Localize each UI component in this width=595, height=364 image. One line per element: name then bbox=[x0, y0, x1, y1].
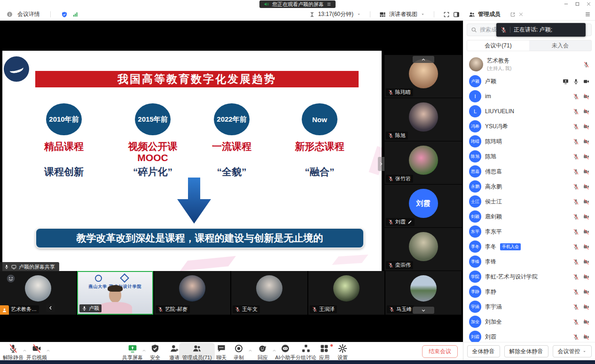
minimize-icon[interactable] bbox=[564, 1, 569, 7]
cam-muted-icon[interactable] bbox=[583, 274, 589, 280]
mic-muted-icon[interactable] bbox=[573, 289, 579, 295]
participant-row[interactable]: 永鹏高永鹏 bbox=[463, 179, 595, 194]
cam-muted-icon[interactable] bbox=[583, 93, 589, 100]
view-mode-label[interactable]: 演讲者视图 bbox=[389, 10, 417, 18]
mic-muted-icon[interactable] bbox=[573, 154, 579, 160]
cam-muted-icon[interactable] bbox=[583, 229, 589, 235]
mic-muted-icon[interactable] bbox=[573, 139, 579, 145]
cam-muted-icon[interactable] bbox=[583, 214, 589, 220]
mic-muted-icon[interactable] bbox=[573, 274, 579, 280]
mic-icon[interactable] bbox=[573, 78, 579, 85]
toolbar-settings[interactable]: 设置 bbox=[326, 344, 360, 361]
banner-menu-icon[interactable] bbox=[327, 2, 331, 7]
mic-muted-icon[interactable] bbox=[583, 62, 589, 68]
menu-icon[interactable] bbox=[585, 11, 591, 17]
meeting-controls-button[interactable]: 会议管控 bbox=[553, 345, 592, 357]
video-tile[interactable]: 王润泽 bbox=[308, 271, 384, 315]
participant-row[interactable]: 冯希YSU冯希 bbox=[463, 119, 595, 134]
participant-row[interactable]: 学院李虹-艺术与设计学院 bbox=[463, 269, 595, 284]
close-icon[interactable] bbox=[586, 1, 591, 7]
participant-row[interactable]: 加全刘加全 bbox=[463, 314, 595, 329]
mic-muted-icon[interactable] bbox=[573, 229, 579, 235]
next-page-chevron[interactable] bbox=[378, 157, 384, 171]
video-tile[interactable]: 陈旭 bbox=[384, 98, 462, 141]
maximize-icon[interactable] bbox=[575, 1, 580, 7]
security-shield-icon[interactable] bbox=[61, 11, 68, 18]
mic-muted-icon[interactable] bbox=[573, 184, 579, 190]
fullscreen-icon[interactable] bbox=[443, 11, 450, 18]
mic-muted-icon[interactable] bbox=[573, 244, 579, 250]
participant-row[interactable]: Iim bbox=[463, 89, 595, 104]
cam-muted-icon[interactable] bbox=[583, 199, 589, 205]
video-tile[interactable]: 马玉峰 bbox=[385, 271, 462, 315]
side-panel-icon[interactable] bbox=[453, 11, 460, 18]
tab-not-joined[interactable]: 未入会 bbox=[529, 40, 591, 51]
video-tile[interactable]: 王年文 bbox=[231, 271, 307, 315]
participant-row[interactable]: 宇涵李宇涵 bbox=[463, 299, 595, 314]
participant-row[interactable]: 李锋李锋 bbox=[463, 254, 595, 269]
participant-row[interactable]: 卢颖卢颖 bbox=[463, 74, 595, 89]
participant-row[interactable]: 玮晴陈玮晴 bbox=[463, 134, 595, 149]
mic-muted-icon[interactable] bbox=[573, 304, 579, 310]
mic-muted-icon[interactable] bbox=[573, 108, 579, 115]
video-tile[interactable]: 陈玮晴 bbox=[384, 55, 462, 98]
unmute-all-button[interactable]: 解除全体静音 bbox=[504, 345, 548, 357]
popout-icon[interactable] bbox=[510, 12, 516, 17]
cam-muted-icon[interactable] bbox=[583, 124, 589, 130]
collapse-strip-button[interactable] bbox=[413, 56, 434, 63]
mic-muted-icon[interactable] bbox=[573, 93, 579, 100]
video-tile[interactable]: 张竹岩 bbox=[384, 141, 462, 185]
video-tile[interactable]: 艺院-郝赛 bbox=[154, 271, 230, 315]
participant-row[interactable]: 剑颖扈剑颖 bbox=[463, 209, 595, 224]
cam-muted-icon[interactable] bbox=[583, 169, 589, 175]
cam-muted-icon[interactable] bbox=[583, 154, 589, 160]
mic-muted-icon[interactable] bbox=[573, 214, 579, 220]
caret-down-icon[interactable] bbox=[357, 12, 361, 16]
cam-muted-icon[interactable] bbox=[583, 289, 589, 295]
video-tile[interactable]: 燕山大学 艺术与设计学院卢颖 bbox=[77, 271, 153, 315]
cam-icon[interactable] bbox=[583, 78, 589, 85]
speaker-view-icon[interactable] bbox=[379, 11, 386, 18]
participant-row[interactable]: 李冬李冬手机入会 bbox=[463, 239, 595, 254]
collapse-left-button[interactable] bbox=[46, 303, 55, 312]
screen-watch-banner[interactable]: 您正在观看卢颖的屏幕 bbox=[259, 0, 336, 8]
video-tile[interactable]: 栾崇伟 bbox=[384, 228, 462, 271]
toolbar-caret[interactable] bbox=[46, 346, 50, 355]
meeting-timer[interactable]: 13:17(60分钟) bbox=[318, 10, 353, 18]
mic-muted-icon[interactable] bbox=[573, 169, 579, 175]
mic-muted-icon[interactable] bbox=[573, 334, 579, 340]
windows-taskbar[interactable] bbox=[0, 360, 595, 364]
cam-muted-icon[interactable] bbox=[583, 139, 589, 145]
participant-row[interactable]: 思嘉傅思嘉 bbox=[463, 164, 595, 179]
video-tile[interactable]: 刘霞刘霞 bbox=[384, 185, 462, 228]
participant-row[interactable]: 艺术教务(主持人, 我) bbox=[463, 55, 595, 74]
network-signal-icon[interactable] bbox=[72, 11, 78, 17]
mic-muted-icon[interactable] bbox=[573, 199, 579, 205]
meeting-details-label[interactable]: 会议详情 bbox=[17, 10, 40, 18]
cam-muted-icon[interactable] bbox=[583, 304, 589, 310]
mic-muted-icon[interactable] bbox=[573, 259, 579, 265]
participant-row[interactable]: LLIUYUELIN bbox=[463, 104, 595, 119]
caret-down-icon[interactable] bbox=[421, 12, 425, 16]
participant-row[interactable]: 陈旭陈旭 bbox=[463, 149, 595, 164]
cam-muted-icon[interactable] bbox=[583, 334, 589, 340]
participant-row[interactable]: 刘霞刘霞 bbox=[463, 329, 595, 342]
participant-row[interactable]: 士江侯士江 bbox=[463, 194, 595, 209]
participant-row[interactable]: 东平李东平 bbox=[463, 224, 595, 239]
cam-muted-icon[interactable] bbox=[583, 244, 589, 250]
mute-all-button[interactable]: 全体静音 bbox=[467, 345, 500, 357]
video-tile[interactable]: 艺术教务… bbox=[0, 271, 76, 315]
cam-muted-icon[interactable] bbox=[583, 259, 589, 265]
collapse-strip-button[interactable] bbox=[413, 307, 434, 314]
cam-muted-icon[interactable] bbox=[583, 184, 589, 190]
mic-muted-icon[interactable] bbox=[573, 124, 579, 130]
participant-row[interactable]: 李静李静 bbox=[463, 284, 595, 299]
close-panel-icon[interactable] bbox=[518, 12, 524, 17]
tab-in-meeting[interactable]: 会议中(71) bbox=[467, 40, 529, 51]
info-icon[interactable] bbox=[7, 11, 13, 17]
mic-muted-icon[interactable] bbox=[573, 319, 579, 325]
cam-muted-icon[interactable] bbox=[583, 108, 589, 115]
end-meeting-button[interactable]: 结束会议 bbox=[422, 345, 458, 358]
screen-icon[interactable] bbox=[563, 78, 569, 85]
cam-muted-icon[interactable] bbox=[583, 319, 589, 325]
